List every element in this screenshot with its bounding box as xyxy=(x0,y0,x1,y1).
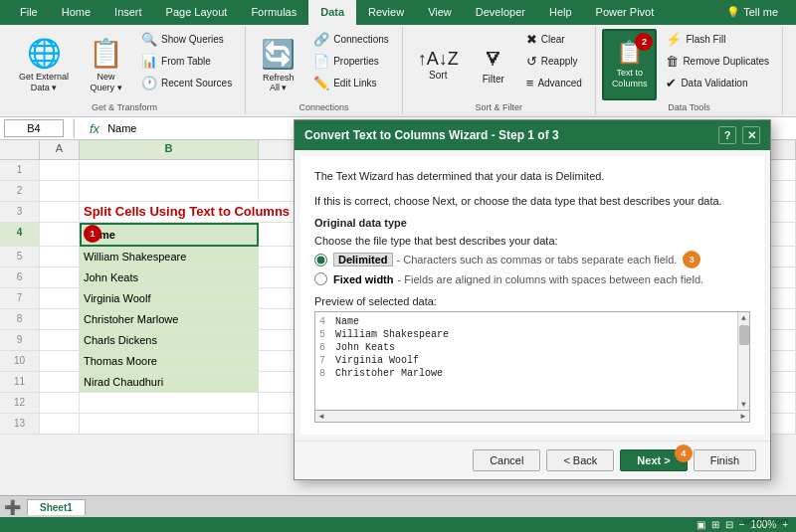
cell-a7[interactable] xyxy=(40,288,80,309)
preview-row-text: Christoher Marlowe xyxy=(335,368,443,379)
cell-a12[interactable] xyxy=(40,393,80,414)
fixed-width-option[interactable]: Fixed width - Fields are aligned in colu… xyxy=(314,272,750,285)
cell-b8[interactable]: Christoher Marlowe xyxy=(80,309,259,330)
scroll-thumb[interactable] xyxy=(739,325,749,345)
cell-a13[interactable] xyxy=(40,414,80,435)
cell-a6[interactable] xyxy=(40,267,80,288)
cell-b11[interactable]: Nirad Chaudhuri xyxy=(80,372,259,393)
cell-a2[interactable] xyxy=(40,181,80,202)
tab-file[interactable]: File xyxy=(8,0,50,25)
sort-filter-content: ↑A↓Z Sort ⛛ Filter ✖ Clear ↺ Reapply xyxy=(409,29,589,100)
h-scroll-track xyxy=(327,413,737,421)
reapply-button[interactable]: ↺ Reapply xyxy=(519,51,589,72)
scroll-up-arrow[interactable]: ▲ xyxy=(740,312,747,323)
cell-b2[interactable] xyxy=(80,181,259,202)
cell-a1[interactable] xyxy=(40,160,80,181)
cell-a5[interactable] xyxy=(40,247,80,267)
cell-b5[interactable]: William Shakespeare xyxy=(80,247,259,267)
cancel-button[interactable]: Cancel xyxy=(473,449,540,471)
cell-b9[interactable]: Charls Dickens xyxy=(80,330,259,351)
tab-review[interactable]: Review xyxy=(356,0,416,25)
scroll-right-arrow[interactable]: ► xyxy=(737,412,749,421)
refresh-label: RefreshAll ▾ xyxy=(263,73,295,92)
tab-insert[interactable]: Insert xyxy=(102,0,154,25)
tab-page-layout[interactable]: Page Layout xyxy=(154,0,240,25)
preview-row-num: 5 xyxy=(319,329,331,340)
new-query-button[interactable]: 📋 NewQuery ▾ xyxy=(80,29,132,100)
fx-label: fx xyxy=(90,121,100,136)
wizard-dialog[interactable]: Convert Text to Columns Wizard - Step 1 … xyxy=(294,119,771,480)
get-external-data-button[interactable]: 🌐 Get ExternalData ▾ xyxy=(10,29,78,100)
sort-icon: ↑A↓Z xyxy=(418,49,459,70)
text-to-columns-button[interactable]: 📋 Text toColumns 2 xyxy=(602,29,658,100)
cell-a3[interactable] xyxy=(40,202,80,223)
cell-b10[interactable]: Thomas Moore xyxy=(80,351,259,372)
refresh-all-button[interactable]: 🔄 RefreshAll ▾ xyxy=(252,29,304,100)
cell-b12[interactable] xyxy=(80,393,259,414)
list-item: 5 William Shakespeare xyxy=(319,329,731,340)
from-table-label: From Table xyxy=(161,56,211,67)
edit-links-button[interactable]: ✏️ Edit Links xyxy=(306,73,396,93)
tab-help[interactable]: Help xyxy=(537,0,584,25)
reapply-label: Reapply xyxy=(541,56,578,67)
tab-home[interactable]: Home xyxy=(50,0,102,25)
cell-a11[interactable] xyxy=(40,372,80,393)
properties-label: Properties xyxy=(333,56,379,67)
fixed-width-label[interactable]: Fixed width - Fields are aligned in colu… xyxy=(333,273,703,285)
tab-view[interactable]: View xyxy=(416,0,464,25)
delimited-radio[interactable] xyxy=(314,254,327,266)
advanced-label: Advanced xyxy=(537,78,581,89)
remove-duplicates-button[interactable]: 🗑 Remove Duplicates xyxy=(659,51,776,72)
preview-box[interactable]: 4 Name 5 William Shakespeare 6 John Keat… xyxy=(314,311,750,411)
clear-button[interactable]: ✖ Clear xyxy=(519,29,589,50)
connections-button[interactable]: 🔗 Connections xyxy=(306,29,396,50)
cell-a4[interactable] xyxy=(40,223,80,247)
dialog-help-button[interactable]: ? xyxy=(718,126,736,144)
cell-a9[interactable] xyxy=(40,330,80,351)
tab-formulas[interactable]: Formulas xyxy=(239,0,308,25)
cell-b1[interactable] xyxy=(80,160,259,181)
properties-icon: 📄 xyxy=(313,54,329,69)
filter-button[interactable]: ⛛ Filter xyxy=(470,29,517,100)
sort-button[interactable]: ↑A↓Z Sort xyxy=(409,29,468,100)
data-validation-button[interactable]: ✔ Data Validation xyxy=(659,73,776,93)
from-table-button[interactable]: 📊 From Table xyxy=(134,51,239,72)
recent-sources-icon: 🕐 xyxy=(141,76,157,90)
next-button[interactable]: Next > 4 xyxy=(620,449,687,471)
connections-content: 🔄 RefreshAll ▾ 🔗 Connections 📄 Propertie… xyxy=(252,29,396,100)
scroll-left-arrow[interactable]: ◄ xyxy=(315,412,327,421)
show-queries-button[interactable]: 🔍 Show Queries xyxy=(134,29,239,50)
cell-a10[interactable] xyxy=(40,351,80,372)
back-button[interactable]: < Back xyxy=(546,449,614,471)
cell-b7[interactable]: Virginia Woolf xyxy=(80,288,259,309)
tab-data[interactable]: Data xyxy=(308,0,356,25)
delimited-label[interactable]: Delimited - Characters such as commas or… xyxy=(333,251,700,268)
fixed-width-radio[interactable] xyxy=(314,272,327,285)
preview-scrollbar[interactable]: ▲ ▼ xyxy=(737,312,749,410)
new-query-label: NewQuery ▾ xyxy=(91,72,122,93)
tell-me[interactable]: 💡 Tell me xyxy=(716,0,788,25)
data-tools-content: 📋 Text toColumns 2 ⚡ Flash Fill 🗑 Remove… xyxy=(602,29,776,100)
page-layout-view-button[interactable]: ⊞ xyxy=(711,519,719,530)
finish-button[interactable]: Finish xyxy=(694,449,756,471)
advanced-button[interactable]: ≡ Advanced xyxy=(519,73,589,93)
horizontal-scrollbar[interactable]: ◄ ► xyxy=(314,411,750,423)
group-sort-filter-label: Sort & Filter xyxy=(476,100,523,112)
cell-b13[interactable] xyxy=(80,414,259,435)
cell-a8[interactable] xyxy=(40,309,80,330)
name-box[interactable] xyxy=(4,119,64,137)
properties-button[interactable]: 📄 Properties xyxy=(306,51,396,72)
recent-sources-button[interactable]: 🕐 Recent Sources xyxy=(134,73,239,93)
normal-view-button[interactable]: ▣ xyxy=(696,519,705,530)
tab-power-pivot[interactable]: Power Pivot xyxy=(584,0,667,25)
cell-b6[interactable]: John Keats xyxy=(80,267,259,288)
add-sheet-button[interactable]: ➕ xyxy=(4,499,21,515)
page-break-view-button[interactable]: ⊟ xyxy=(725,519,733,530)
tab-developer[interactable]: Developer xyxy=(464,0,537,25)
dialog-close-button[interactable]: ✕ xyxy=(742,126,760,144)
delimited-option[interactable]: Delimited - Characters such as commas or… xyxy=(314,251,750,268)
scroll-down-arrow[interactable]: ▼ xyxy=(740,399,747,410)
cell-b4[interactable]: Name 1 xyxy=(80,223,259,247)
sheet-tab-1[interactable]: Sheet1 xyxy=(27,499,86,515)
flash-fill-button[interactable]: ⚡ Flash Fill xyxy=(659,29,776,50)
